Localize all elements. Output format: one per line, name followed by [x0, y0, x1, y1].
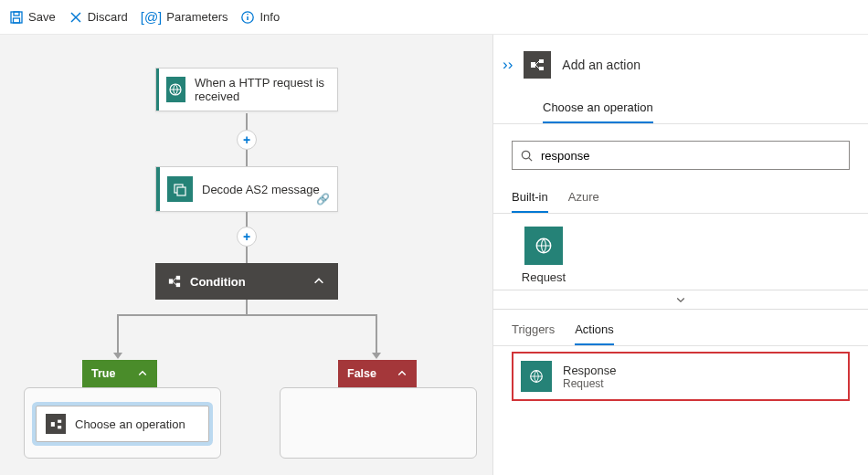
svg-rect-17 [58, 419, 61, 422]
arrow-icon [372, 353, 381, 359]
tab-actions[interactable]: Actions [575, 317, 614, 345]
search-icon [520, 149, 534, 163]
decode-label: Decode AS2 message [200, 175, 329, 204]
panel-tabs: Choose an operation [493, 88, 868, 124]
node-accent [156, 69, 159, 111]
svg-rect-1 [14, 12, 19, 16]
info-icon [240, 10, 255, 25]
decode-as2-node[interactable]: Decode AS2 message 🔗 [155, 166, 338, 212]
parameters-button[interactable]: [@] Parameters [141, 9, 228, 25]
response-action-icon [521, 361, 552, 392]
node-accent [156, 167, 160, 211]
true-branch-header[interactable]: True [82, 360, 157, 387]
svg-line-14 [173, 278, 176, 281]
svg-rect-0 [11, 12, 22, 23]
result-title: Response [563, 364, 617, 377]
svg-rect-21 [539, 67, 544, 70]
svg-line-23 [535, 65, 539, 69]
save-label: Save [28, 10, 56, 24]
operation-icon [46, 414, 66, 434]
tab-built-in[interactable]: Built-in [512, 185, 548, 213]
add-step-button[interactable]: + [237, 130, 257, 150]
info-button[interactable]: Info [240, 10, 280, 25]
connector-label: Request [512, 270, 576, 284]
connector-grid: Request [493, 214, 868, 290]
connector [246, 300, 248, 314]
save-icon [9, 10, 24, 25]
search-input-wrapper[interactable] [512, 141, 850, 170]
toolbar: Save Discard [@] Parameters Info [0, 0, 868, 35]
discard-label: Discard [88, 10, 128, 24]
svg-rect-10 [177, 187, 185, 195]
connector [117, 314, 377, 316]
result-tabs: Triggers Actions [493, 310, 868, 346]
chevron-up-icon [137, 368, 148, 379]
designer-canvas[interactable]: When a HTTP request is received + Decode… [0, 35, 493, 475]
parameters-icon: [@] [141, 9, 163, 25]
true-label: True [91, 367, 115, 380]
false-branch-box[interactable] [280, 387, 477, 459]
svg-point-7 [248, 13, 249, 15]
http-trigger-icon [166, 77, 185, 102]
svg-rect-13 [176, 283, 180, 287]
decode-icon [167, 176, 193, 202]
false-branch-header[interactable]: False [338, 360, 417, 387]
trigger-label: When a HTTP request is received [193, 69, 337, 111]
svg-line-15 [173, 281, 176, 285]
svg-rect-18 [58, 426, 61, 428]
condition-label: Condition [190, 275, 246, 289]
svg-rect-11 [169, 279, 173, 283]
trigger-node[interactable]: When a HTTP request is received [155, 68, 338, 111]
add-action-icon [524, 51, 551, 79]
panel-header: ›› Add an action [493, 35, 868, 88]
choose-operation-label: Choose an operation [75, 417, 185, 431]
chevron-up-icon [397, 368, 408, 379]
tab-choose-operation[interactable]: Choose an operation [543, 95, 653, 123]
result-subtitle: Request [563, 377, 617, 390]
choose-operation-card[interactable]: Choose an operation [36, 406, 209, 442]
discard-button[interactable]: Discard [69, 10, 128, 25]
show-more-button[interactable] [493, 290, 868, 310]
condition-icon [168, 275, 181, 288]
info-label: Info [259, 10, 280, 24]
svg-line-22 [535, 61, 539, 65]
svg-rect-20 [539, 59, 544, 63]
svg-line-25 [529, 157, 532, 160]
svg-point-24 [522, 151, 529, 158]
connector [117, 314, 119, 354]
arrow-icon [113, 353, 122, 359]
svg-rect-12 [176, 276, 180, 280]
svg-rect-16 [50, 422, 54, 427]
chevron-down-icon [675, 294, 686, 305]
panel-title: Add an action [562, 58, 640, 72]
close-icon [69, 10, 83, 25]
tab-azure[interactable]: Azure [568, 185, 599, 213]
connector-request[interactable]: Request [512, 227, 576, 284]
request-connector-icon [524, 227, 563, 265]
condition-node[interactable]: Condition [155, 263, 338, 300]
search-input[interactable] [539, 148, 842, 164]
action-response[interactable]: Response Request [512, 352, 850, 401]
operation-panel: ›› Add an action Choose an operation Bui… [493, 35, 868, 475]
chevron-up-icon[interactable] [312, 275, 325, 288]
link-icon: 🔗 [316, 193, 330, 206]
svg-rect-19 [531, 62, 535, 68]
collapse-panel-button[interactable]: ›› [503, 56, 513, 74]
parameters-label: Parameters [166, 10, 228, 24]
connector [246, 247, 248, 263]
add-step-button[interactable]: + [237, 227, 257, 247]
svg-rect-2 [14, 18, 20, 23]
source-tabs: Built-in Azure [493, 177, 868, 214]
tab-triggers[interactable]: Triggers [512, 317, 555, 345]
save-button[interactable]: Save [9, 10, 56, 25]
connector [376, 314, 377, 354]
connector [246, 150, 248, 166]
false-label: False [347, 367, 376, 380]
